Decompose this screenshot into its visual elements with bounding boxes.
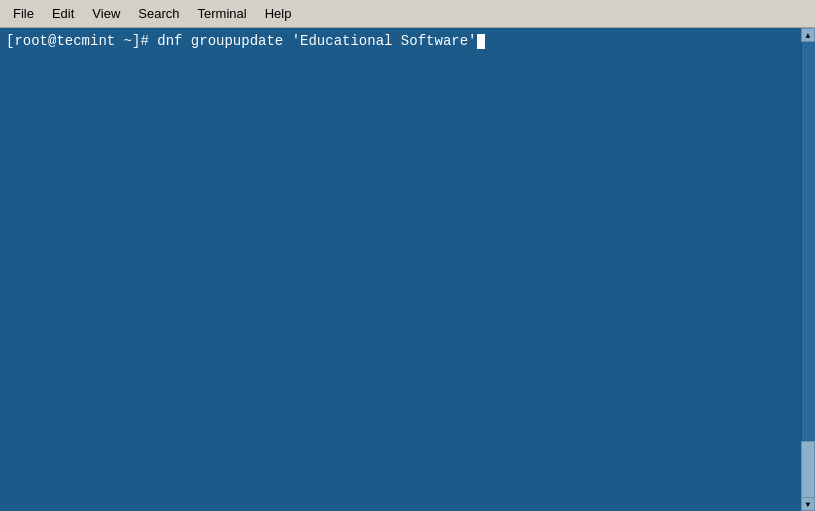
scrollbar[interactable]: ▲ ▼ [801,28,815,511]
terminal-body[interactable]: [root@tecmint ~]# dnf groupupdate 'Educa… [0,28,815,511]
menu-terminal[interactable]: Terminal [189,3,256,24]
terminal-line: [root@tecmint ~]# dnf groupupdate 'Educa… [6,32,809,52]
menu-view[interactable]: View [83,3,129,24]
menu-help[interactable]: Help [256,3,301,24]
terminal-command: dnf groupupdate 'Educational Software' [157,32,476,52]
terminal-cursor [477,34,485,49]
menu-edit[interactable]: Edit [43,3,83,24]
scrollbar-arrow-down[interactable]: ▼ [801,497,815,511]
scrollbar-arrow-up[interactable]: ▲ [801,28,815,42]
menubar: File Edit View Search Terminal Help [0,0,815,28]
menu-search[interactable]: Search [129,3,188,24]
terminal-prompt: [root@tecmint ~]# [6,32,157,52]
scrollbar-thumb[interactable] [801,441,815,501]
menu-file[interactable]: File [4,3,43,24]
